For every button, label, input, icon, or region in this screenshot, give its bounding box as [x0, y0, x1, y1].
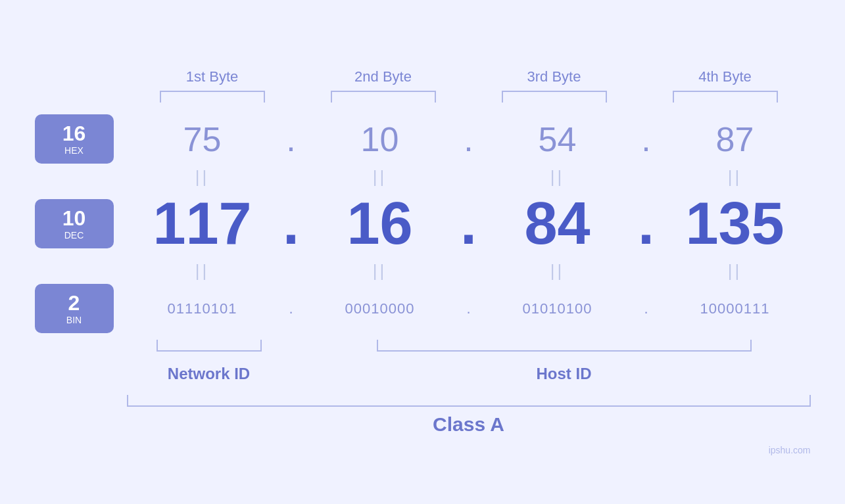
- hex-base-num: 16: [62, 123, 86, 144]
- hex-value-2: 10: [361, 120, 399, 158]
- bin-value-3: 01010100: [523, 300, 592, 317]
- hex-dot-3: .: [633, 120, 660, 159]
- dec-label-box: 10 DEC: [35, 199, 114, 248]
- dec-dot-2: .: [456, 190, 482, 258]
- equals-row-2: || || || ||: [127, 258, 811, 284]
- byte2-header: 2nd Byte: [298, 68, 469, 85]
- eq1-4: ||: [660, 167, 811, 187]
- bin-val-4: 10000111: [660, 300, 811, 317]
- bottom-brackets: [127, 340, 811, 359]
- class-label: Class A: [127, 413, 811, 436]
- host-id-label: Host ID: [318, 365, 811, 383]
- top-bracket-4: [640, 91, 811, 103]
- hex-value-4: 87: [716, 120, 754, 158]
- host-id-bracket: [377, 340, 752, 352]
- equals-row-1: || || || ||: [127, 164, 811, 190]
- top-bracket-2: [298, 91, 469, 103]
- id-labels-row: Network ID Host ID: [127, 365, 811, 383]
- dec-base-name: DEC: [64, 230, 84, 241]
- dec-val-2: 16: [304, 190, 456, 258]
- bin-label-box: 2 BIN: [35, 284, 114, 333]
- dec-val-3: 84: [482, 190, 633, 258]
- hex-val-3: 54: [482, 120, 633, 159]
- byte4-header: 4th Byte: [640, 68, 811, 85]
- bin-row: 2 BIN 01110101 . 00010000 . 01010100 .: [35, 284, 811, 333]
- top-bracket-3: [469, 91, 640, 103]
- bin-values-row: 01110101 . 00010000 . 01010100 . 1000011…: [127, 300, 811, 317]
- network-id-bracket: [157, 340, 262, 352]
- watermark: ipshu.com: [769, 445, 811, 455]
- top-bracket-1: [127, 91, 298, 103]
- id-dot-spacer: [291, 365, 318, 383]
- hex-dot-1: .: [278, 120, 304, 159]
- eq2-4: ||: [660, 261, 811, 281]
- bin-value-4: 10000111: [700, 300, 770, 317]
- bin-val-3: 01010100: [482, 300, 633, 317]
- dec-value-3: 84: [524, 191, 590, 256]
- class-bracket: [127, 395, 811, 407]
- hex-values-row: 75 . 10 . 54 . 87: [127, 120, 811, 159]
- hex-val-1: 75: [127, 120, 278, 159]
- bin-val-2: 00010000: [304, 300, 456, 317]
- eq1-2: ||: [304, 167, 456, 187]
- dec-dot-3: .: [633, 190, 660, 258]
- bin-val-1: 01110101: [127, 300, 278, 317]
- bin-dot-3: .: [633, 300, 660, 317]
- top-brackets-row: [127, 91, 811, 103]
- bin-base-name: BIN: [66, 315, 82, 325]
- bin-value-1: 01110101: [168, 300, 237, 317]
- eq1-3: ||: [482, 167, 633, 187]
- network-id-label: Network ID: [127, 365, 291, 383]
- byte3-header: 3rd Byte: [469, 68, 640, 85]
- network-bracket-wrap: [127, 340, 291, 352]
- hex-value-3: 54: [539, 120, 577, 158]
- class-section: Class A: [127, 395, 811, 436]
- hex-dot-2: .: [456, 120, 482, 159]
- eq2-2: ||: [304, 261, 456, 281]
- host-bracket-wrap: [318, 340, 811, 352]
- byte1-header: 1st Byte: [127, 68, 298, 85]
- bin-dot-2: .: [456, 300, 482, 317]
- bottom-section: Network ID Host ID: [127, 340, 811, 383]
- eq2-3: ||: [482, 261, 633, 281]
- dec-values-row: 117 . 16 . 84 . 135: [127, 190, 811, 258]
- main-container: 1st Byte 2nd Byte 3rd Byte 4th Byte 16 H…: [35, 68, 811, 436]
- dec-val-1: 117: [127, 190, 278, 258]
- hex-label-box: 16 HEX: [35, 114, 114, 164]
- hex-val-2: 10: [304, 120, 456, 159]
- eq1-1: ||: [127, 167, 278, 187]
- dec-value-4: 135: [685, 191, 784, 256]
- bin-base-num: 2: [68, 292, 80, 313]
- eq2-1: ||: [127, 261, 278, 281]
- dec-value-2: 16: [347, 191, 412, 256]
- dec-val-4: 135: [660, 190, 811, 258]
- bin-dot-1: .: [278, 300, 304, 317]
- dec-value-1: 117: [153, 191, 251, 256]
- dec-base-num: 10: [62, 208, 86, 229]
- dec-dot-1: .: [278, 190, 304, 258]
- hex-base-name: HEX: [64, 145, 84, 156]
- hex-val-4: 87: [660, 120, 811, 159]
- bin-value-2: 00010000: [345, 300, 415, 317]
- dec-row: 10 DEC 117 . 16 . 84 . 135: [35, 190, 811, 258]
- hex-value-1: 75: [183, 120, 222, 158]
- byte-headers-row: 1st Byte 2nd Byte 3rd Byte 4th Byte: [127, 68, 811, 85]
- hex-row: 16 HEX 75 . 10 . 54 . 87: [35, 114, 811, 164]
